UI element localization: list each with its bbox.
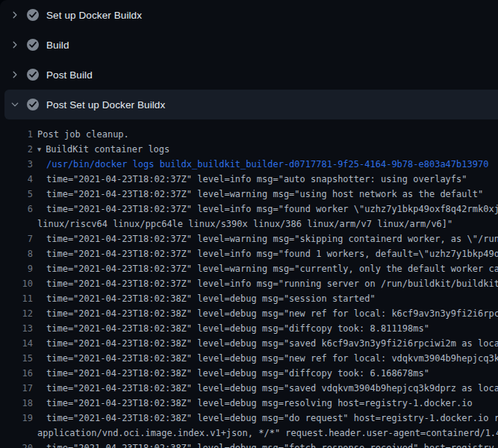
log-line-number <box>0 426 33 441</box>
log-line-text: time="2021-04-23T18:02:37Z" level=warnin… <box>46 261 498 276</box>
log-line: 8 time="2021-04-23T18:02:37Z" level=info… <box>0 246 498 261</box>
workflow-log-panel: Set up Docker Buildx Build Post Build Po… <box>0 0 498 448</box>
log-line-number[interactable]: 12 <box>0 306 33 321</box>
log-line-text: time="2021-04-23T18:02:37Z" level=warnin… <box>46 231 498 246</box>
log-group-title[interactable]: BuildKit container logs <box>46 142 169 157</box>
check-circle-icon <box>27 39 39 51</box>
log-line-number[interactable]: 19 <box>0 411 33 426</box>
log-line: 18 time="2021-04-23T18:02:38Z" level=deb… <box>0 396 498 411</box>
log-line-number[interactable]: 13 <box>0 321 33 336</box>
log-line-number[interactable]: 9 <box>0 261 33 276</box>
log-line: 15 time="2021-04-23T18:02:38Z" level=deb… <box>0 351 498 366</box>
check-circle-icon <box>27 99 39 111</box>
log-line-text: time="2021-04-23T18:02:38Z" level=debug … <box>46 411 498 426</box>
log-line-text: time="2021-04-23T18:02:38Z" level=debug … <box>46 351 498 366</box>
log-line-number[interactable]: 16 <box>0 366 33 381</box>
step-header-post-build[interactable]: Post Build <box>0 60 498 90</box>
log-line: 1 Post job cleanup. <box>0 127 498 142</box>
log-line: 7 time="2021-04-23T18:02:37Z" level=warn… <box>0 231 498 246</box>
log-line-text: time="2021-04-23T18:02:37Z" level=warnin… <box>46 187 483 202</box>
log-line-text: time="2021-04-23T18:02:37Z" level=info m… <box>46 202 498 217</box>
log-line-number[interactable]: 2 <box>0 142 33 157</box>
check-circle-icon <box>27 9 39 21</box>
log-line-number[interactable]: 20 <box>0 441 33 448</box>
log-line: 3 /usr/bin/docker logs buildx_buildkit_b… <box>0 157 498 172</box>
log-line-wrap: application/vnd.oci.image.index.v1+json,… <box>0 426 498 441</box>
log-line: 10 time="2021-04-23T18:02:37Z" level=inf… <box>0 276 498 291</box>
log-line-wrap: linux/riscv64 linux/ppc64le linux/s390x … <box>0 217 498 231</box>
log-line-number[interactable]: 4 <box>0 172 33 187</box>
log-line: 14 time="2021-04-23T18:02:38Z" level=deb… <box>0 336 498 351</box>
log-line: 16 time="2021-04-23T18:02:38Z" level=deb… <box>0 366 498 381</box>
log-line-number[interactable]: 3 <box>0 157 33 172</box>
log-line-number <box>0 217 33 231</box>
log-line-text: time="2021-04-23T18:02:38Z" level=debug … <box>46 396 473 411</box>
log-line-text: application/vnd.oci.image.index.v1+json,… <box>37 426 498 441</box>
log-line: 19 time="2021-04-23T18:02:38Z" level=deb… <box>0 411 498 426</box>
log-line: 5 time="2021-04-23T18:02:37Z" level=warn… <box>0 187 498 202</box>
steps-list: Set up Docker Buildx Build Post Build Po… <box>0 0 498 119</box>
log-line: 12 time="2021-04-23T18:02:38Z" level=deb… <box>0 306 498 321</box>
log-line-text: /usr/bin/docker logs buildx_buildkit_bui… <box>46 157 488 172</box>
log-line-number[interactable]: 17 <box>0 381 33 396</box>
log-line: 13 time="2021-04-23T18:02:38Z" level=deb… <box>0 321 498 336</box>
log-line-number[interactable]: 11 <box>0 291 33 306</box>
collapse-group-icon[interactable]: ▼ <box>37 142 41 157</box>
log-line-text: time="2021-04-23T18:02:38Z" level=debug … <box>46 366 429 381</box>
log-line-text: time="2021-04-23T18:02:38Z" level=debug … <box>46 381 498 396</box>
step-header-build[interactable]: Build <box>0 30 498 60</box>
log-line-number[interactable]: 5 <box>0 187 33 202</box>
log-line-text: time="2021-04-23T18:02:38Z" level=debug … <box>46 441 498 448</box>
log-line-text: time="2021-04-23T18:02:37Z" level=info m… <box>46 172 467 187</box>
step-label: Post Set up Docker Buildx <box>46 99 165 111</box>
log-line-text: time="2021-04-23T18:02:38Z" level=debug … <box>46 321 429 336</box>
chevron-right-icon <box>9 39 21 51</box>
step-label: Build <box>46 40 69 51</box>
log-line: 4 time="2021-04-23T18:02:37Z" level=info… <box>0 172 498 187</box>
step-header-post-set-up-docker-buildx[interactable]: Post Set up Docker Buildx <box>4 90 498 119</box>
log-line-number[interactable]: 6 <box>0 202 33 217</box>
log-line-number[interactable]: 14 <box>0 336 33 351</box>
log-line-number[interactable]: 18 <box>0 396 33 411</box>
chevron-down-icon <box>9 99 21 111</box>
log-line: 2 ▼BuildKit container logs <box>0 142 498 157</box>
log-line-text: ▼BuildKit container logs <box>37 142 169 157</box>
log-line-text: time="2021-04-23T18:02:37Z" level=info m… <box>46 246 498 261</box>
chevron-right-icon <box>9 9 21 21</box>
log-line: 17 time="2021-04-23T18:02:38Z" level=deb… <box>0 381 498 396</box>
log-line-text: time="2021-04-23T18:02:37Z" level=info m… <box>46 276 498 291</box>
log-line: 11 time="2021-04-23T18:02:38Z" level=deb… <box>0 291 498 306</box>
step-label: Post Build <box>46 69 93 81</box>
step-header-set-up-docker-buildx[interactable]: Set up Docker Buildx <box>0 0 498 30</box>
log-line-text: linux/riscv64 linux/ppc64le linux/s390x … <box>37 217 452 231</box>
log-line: 9 time="2021-04-23T18:02:37Z" level=warn… <box>0 261 498 276</box>
step-label: Set up Docker Buildx <box>46 10 142 21</box>
log-line-number[interactable]: 7 <box>0 231 33 246</box>
log-viewer: 1 Post job cleanup. 2 ▼BuildKit containe… <box>0 119 498 448</box>
log-line-number[interactable]: 10 <box>0 276 33 291</box>
check-circle-icon <box>27 69 39 81</box>
log-line-number[interactable]: 1 <box>0 127 33 142</box>
log-line-number[interactable]: 8 <box>0 246 33 261</box>
chevron-right-icon <box>9 69 21 81</box>
log-line: 6 time="2021-04-23T18:02:37Z" level=info… <box>0 202 498 217</box>
log-line: 20 time="2021-04-23T18:02:38Z" level=deb… <box>0 441 498 448</box>
log-line-text: time="2021-04-23T18:02:38Z" level=debug … <box>46 291 376 306</box>
log-line-text: time="2021-04-23T18:02:38Z" level=debug … <box>46 336 498 351</box>
log-line-text: Post job cleanup. <box>37 127 129 142</box>
log-line-text: time="2021-04-23T18:02:38Z" level=debug … <box>46 306 498 321</box>
log-line-number[interactable]: 15 <box>0 351 33 366</box>
